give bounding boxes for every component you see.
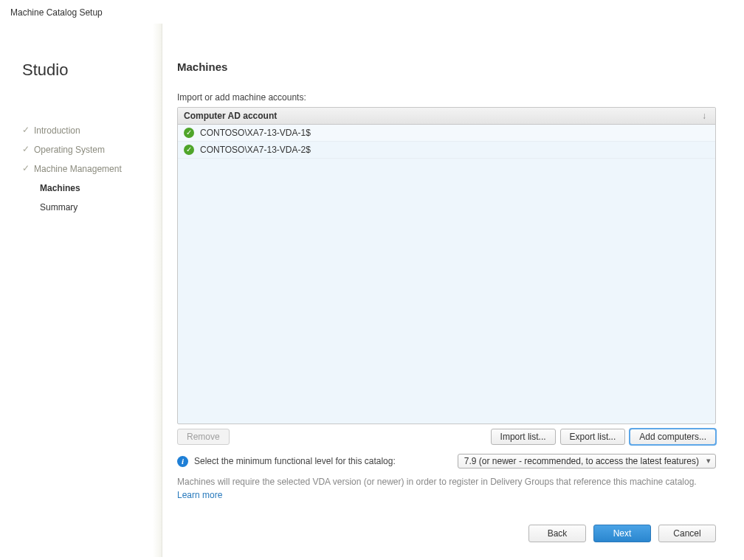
content-area: Machines Import or add machine accounts:… — [162, 24, 744, 557]
remove-button[interactable]: Remove — [177, 429, 230, 445]
accounts-list: Computer AD account ↓ ✓ CONTOSO\XA7-13-V… — [177, 107, 716, 424]
step-machines[interactable]: Machines — [22, 179, 155, 198]
export-list-button[interactable]: Export list... — [560, 429, 626, 445]
vda-hint: Machines will require the selected VDA v… — [177, 476, 716, 488]
account-row[interactable]: ✓ CONTOSO\XA7-13-VDA-1$ — [178, 125, 715, 142]
next-button[interactable]: Next — [593, 525, 651, 542]
cancel-button[interactable]: Cancel — [658, 525, 716, 542]
info-icon: i — [177, 456, 188, 467]
sort-arrow-icon[interactable]: ↓ — [699, 111, 709, 121]
status-ok-icon: ✓ — [184, 145, 194, 155]
accounts-header[interactable]: Computer AD account ↓ — [178, 108, 715, 125]
wizard-sidebar: Studio Introduction Operating System Mac… — [0, 24, 162, 557]
step-introduction[interactable]: Introduction — [22, 121, 155, 140]
subheading: Import or add machine accounts: — [177, 92, 716, 103]
functional-level-label: Select the minimum functional level for … — [194, 456, 396, 466]
account-row[interactable]: ✓ CONTOSO\XA7-13-VDA-2$ — [178, 142, 715, 159]
add-computers-button[interactable]: Add computers... — [630, 429, 716, 445]
account-name: CONTOSO\XA7-13-VDA-1$ — [200, 128, 311, 138]
functional-level-row: i Select the minimum functional level fo… — [177, 454, 716, 469]
accounts-body: ✓ CONTOSO\XA7-13-VDA-1$ ✓ CONTOSO\XA7-13… — [178, 125, 715, 424]
import-list-button[interactable]: Import list... — [491, 429, 556, 445]
learn-more-link[interactable]: Learn more — [177, 490, 716, 500]
window-title: Machine Catalog Setup — [0, 0, 744, 24]
page-heading: Machines — [177, 61, 716, 73]
sidebar-title: Studio — [22, 61, 155, 80]
wizard-steps: Introduction Operating System Machine Ma… — [22, 121, 155, 217]
column-header-label: Computer AD account — [184, 111, 277, 121]
step-machine-management[interactable]: Machine Management — [22, 159, 155, 179]
step-operating-system[interactable]: Operating System — [22, 140, 155, 159]
account-name: CONTOSO\XA7-13-VDA-2$ — [200, 145, 311, 155]
functional-level-select[interactable]: 7.9 (or newer - recommended, to access t… — [458, 454, 716, 469]
wizard-footer: Back Next Cancel — [177, 507, 716, 542]
status-ok-icon: ✓ — [184, 128, 194, 138]
back-button[interactable]: Back — [528, 525, 586, 542]
step-summary[interactable]: Summary — [22, 198, 155, 217]
